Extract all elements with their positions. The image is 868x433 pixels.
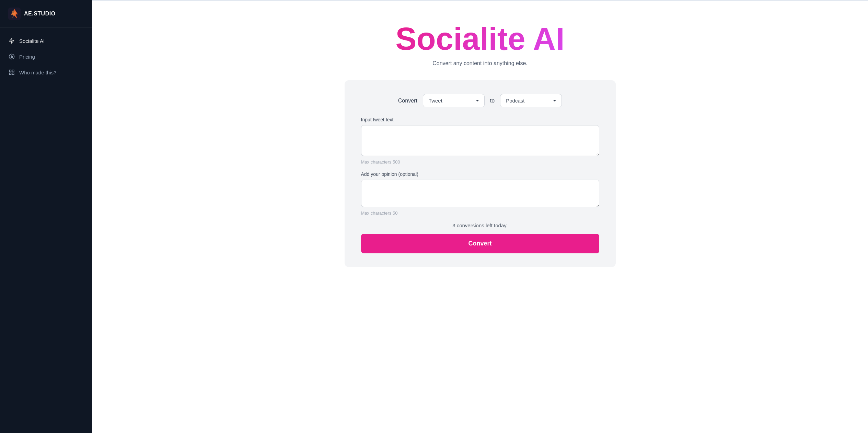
- convert-row: Convert Tweet Blog Post YouTube Video Ne…: [361, 94, 599, 107]
- sidebar-item-label-pricing: Pricing: [19, 54, 35, 60]
- sidebar-item-label-socialite-ai: Socialite AI: [19, 38, 45, 44]
- svg-rect-9: [12, 73, 14, 75]
- sidebar-nav: Socialite AI Pricing: [0, 28, 92, 85]
- tweet-textarea[interactable]: [361, 125, 599, 156]
- svg-marker-3: [9, 38, 14, 44]
- sidebar-item-label-who-made-this: Who made this?: [19, 70, 56, 75]
- grid-icon: [8, 69, 15, 76]
- main-content: Socialite AI Convert any content into an…: [92, 0, 868, 433]
- to-select[interactable]: Podcast Blog Post Tweet Newsletter: [500, 94, 562, 107]
- lightning-icon: [8, 37, 15, 44]
- sidebar-item-pricing[interactable]: Pricing: [0, 49, 92, 64]
- convert-label: Convert: [398, 98, 417, 104]
- conversions-left: 3 conversions left today.: [361, 222, 599, 228]
- page-subtitle: Convert any content into anything else.: [432, 60, 528, 67]
- sidebar-logo: AE.STUDIO: [0, 0, 92, 28]
- opinion-input-group: Add your opinion (optional) Max characte…: [361, 171, 599, 216]
- opinion-char-limit: Max characters 50: [361, 211, 599, 216]
- dollar-circle-icon: [8, 53, 15, 60]
- sidebar-item-socialite-ai[interactable]: Socialite AI: [0, 33, 92, 48]
- brand-name: AE.STUDIO: [24, 11, 56, 17]
- opinion-textarea[interactable]: [361, 180, 599, 207]
- form-card: Convert Tweet Blog Post YouTube Video Ne…: [345, 80, 616, 267]
- sidebar: AE.STUDIO Socialite AI Pricing: [0, 0, 92, 433]
- opinion-input-label: Add your opinion (optional): [361, 171, 599, 177]
- svg-rect-8: [9, 73, 11, 75]
- page-title: Socialite AI: [395, 22, 565, 56]
- convert-button[interactable]: Convert: [361, 234, 599, 253]
- to-label: to: [490, 98, 495, 104]
- content-area: Socialite AI Convert any content into an…: [92, 1, 868, 433]
- from-select[interactable]: Tweet Blog Post YouTube Video Newsletter: [423, 94, 485, 107]
- tweet-input-label: Input tweet text: [361, 117, 599, 122]
- tweet-char-limit: Max characters 500: [361, 159, 599, 165]
- sidebar-item-who-made-this[interactable]: Who made this?: [0, 65, 92, 80]
- tweet-input-group: Input tweet text Max characters 500: [361, 117, 599, 165]
- svg-rect-6: [9, 70, 11, 72]
- svg-rect-7: [12, 70, 14, 72]
- ae-studio-logo-icon: [8, 8, 21, 20]
